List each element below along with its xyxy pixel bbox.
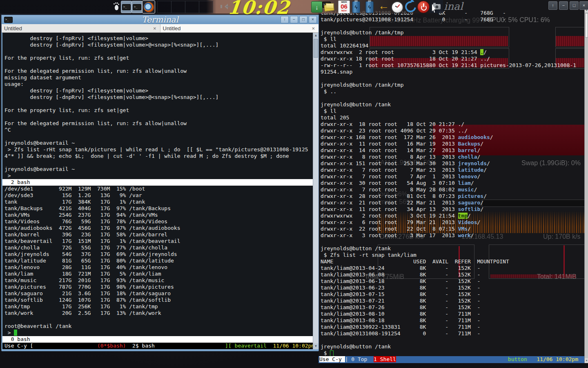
terminal-launcher-1[interactable]: >_ — [121, 1, 132, 13]
screenshot-tray-icon[interactable] — [430, 0, 443, 13]
software-update-icon[interactable]: ↓ — [311, 1, 323, 13]
terminal-line: destroy [-dnpRrv] <filesystem|volume>@<s… — [2, 94, 313, 101]
terminal-line: tank/liam@2013-08-18 8K - 711M - — [318, 317, 584, 324]
tab-close-icon[interactable]: × — [152, 25, 158, 31]
terminal-line: drwxr-xr-x 7 root root 7 Apr 1 2013 leno… — [318, 173, 584, 180]
calendar-day: 06 — [341, 4, 347, 9]
tab-close-icon[interactable]: × — [310, 25, 316, 31]
close-button[interactable]: × — [309, 16, 317, 23]
scrollbar-thumb[interactable] — [585, 13, 588, 38]
terminal-line: root@beavertail /tank — [2, 323, 313, 330]
terminal-line — [2, 316, 313, 323]
terminal-line: tank/pictures@20131008-191254 0 - 768G - — [318, 16, 584, 23]
terminal-line: drwxr-xr-x 7 root root 7 Mar 23 2013 lat… — [318, 167, 584, 173]
tab-untitled-2[interactable]: Untitled × — [160, 24, 319, 32]
tasklist-slot[interactable] — [157, 1, 172, 13]
right-window-title-fragment: inal — [444, 0, 463, 12]
terminal-line: Use C-y [ (0*$bash) 2$ bash ][ beavertai… — [2, 343, 313, 349]
panel-clock[interactable]: 10:02 — [227, 0, 307, 18]
scroll-down-icon[interactable]: ▼ — [313, 343, 318, 349]
terminal-line: tank/VMs 254G 237G 17G 94% /tank/VMs — [2, 212, 313, 218]
terminal-line: missing dataset argument — [2, 74, 313, 81]
scrollbar-thumb[interactable] — [314, 39, 318, 58]
terminal-launcher-2[interactable]: >_ — [131, 1, 143, 13]
terminal-line: For the property list, run: zfs set|get — [2, 55, 313, 61]
terminal-line: tank/Backups 421G 404G 17G 97% /tank/Bac… — [2, 205, 313, 212]
right-terminal-statusbar: Use C-y | 0 Top 1 Shell button 11/06 10:… — [318, 356, 584, 363]
right-terminal-scrollbar[interactable]: ▲ ▼ — [584, 7, 588, 363]
terminal-line — [2, 114, 313, 120]
terminal-line — [2, 61, 313, 68]
scroll-down-icon[interactable]: ▼ — [585, 358, 588, 363]
tasklist-slot[interactable] — [199, 1, 213, 13]
terminal-line: > Zfs list -rHt snap tank/pictures | whi… — [2, 146, 313, 153]
terminal-line: 4"* ]] && break; echo $L; done | cut -d'… — [2, 153, 313, 159]
terminal-line: destroy [-fnpRrv] <filesystem|volume> — [2, 88, 313, 94]
terminal-line — [318, 23, 584, 29]
right-window-shade-button[interactable]: ↑ — [548, 1, 557, 10]
left-terminal-window[interactable]: >_ Terminal ↑ − □ × Untitled × Untitled … — [1, 15, 319, 351]
terminal-line — [2, 48, 313, 55]
terminal-line: tank/barrel 39G 23G 17G 58% /tank/barrel — [2, 231, 313, 238]
terminal-icon: >_ — [4, 17, 13, 23]
terminal-line: tank/liam@20130922-133831 8K - 711M - — [318, 324, 584, 330]
terminal-line: drwxr-xr-x 18 root root 18 Oct 20 21:27 … — [318, 121, 584, 128]
power-button-icon[interactable] — [417, 1, 430, 13]
terminal-line: drwxrwxrwx 2 root root 3 Oct 19 21:54 tm… — [318, 213, 584, 219]
terminal-line: drwxr-xr-x 21 root root 22 Mar 21 2013 s… — [318, 200, 584, 206]
terminal-line: tank/liam@2013-06-08 8K - 152K - — [318, 272, 584, 278]
calendar-month: NOV — [341, 9, 347, 12]
terminal-line: drwxr-xr-x 28 root root 81 Oct 8 07:23 p… — [318, 193, 584, 200]
terminal-line: > — [2, 330, 313, 336]
terminal-line: tank/liam@2013-07-15 8K - 152K - — [318, 291, 584, 298]
firefox-launcher[interactable] — [142, 0, 155, 13]
window-frame-bottom — [2, 349, 318, 351]
right-status-line: Use C-y | 0 Top 1 Shell button 11/06 10:… — [318, 356, 584, 363]
right-window-maximize-button[interactable]: □ — [570, 1, 579, 10]
terminal-line: tank/liam@2013-06-23 8K - 152K - — [318, 285, 584, 291]
terminal-line: drwxr-xr-x 3 root root 3 Mar 17 2013 wor… — [318, 232, 584, 239]
right-window-close-button[interactable]: × — [579, 1, 588, 10]
tasklist-slot[interactable] — [185, 1, 199, 13]
right-terminal-window[interactable]: CPU0: 800MHz Battery:charging 99% CPU0: … — [318, 0, 588, 363]
terminal-line: tank/liam@2013-07-26 8K - 152K - — [318, 304, 584, 311]
calendar-applet[interactable]: WED 06 NOV — [338, 0, 350, 13]
back-arrow-icon[interactable]: ← — [378, 0, 389, 12]
terminal-line: NAME USED AVAIL REFER MOUNTPOINT — [318, 258, 584, 265]
terminal-line: tank/liam@20131008-191254 0 - 711M - — [318, 330, 584, 337]
battery-icon-1[interactable]: ϟ — [352, 1, 360, 13]
terminal-line: drwxr-xr-x 8 root root 8 Apr 13 2013 cho… — [318, 154, 584, 160]
left-terminal-scrollbar[interactable]: ▲ ▼ — [313, 33, 318, 349]
terminal-line: For the delegated permission list, run: … — [2, 120, 313, 127]
terminal-line: tank/tmp 17G 256K 17G 1% /tank/tmp — [2, 303, 313, 310]
terminal-line: /dev/sde1 922M 129M 730M 15% /boot — [2, 186, 313, 192]
terminal-line: > — [2, 173, 313, 179]
terminal-line: tank/liam@2013-08-10 8K - 711M - — [318, 311, 584, 317]
terminal-icon: >_ — [133, 4, 141, 10]
tab-untitled-1[interactable]: Untitled × — [2, 24, 160, 32]
tab-label: Untitled — [163, 25, 311, 31]
tasklist-slot[interactable] — [171, 1, 185, 13]
terminal-line: tank/Videos 76G 59G 17G 78% /tank/Videos — [2, 218, 313, 225]
terminal-line: tank/audiobooks 472G 456G 17G 97% /tank/… — [2, 225, 313, 231]
terminal-line — [2, 159, 313, 166]
terminal-line: 91254.snap — [318, 69, 584, 75]
mail-tray-icon[interactable]: >_ — [322, 2, 334, 12]
tab-label: Untitled — [4, 25, 152, 31]
right-window-minimize-button[interactable]: − — [559, 1, 568, 10]
right-terminal-content[interactable]: tank/pictures@20131008-072620 8K - 768G … — [318, 0, 584, 356]
terminal-line: ^C — [2, 127, 313, 133]
terminal-line: /dev/sde3 15G 1.2G 13G 9% /var — [2, 192, 313, 199]
terminal-line: tank/liam@2013-04-24 8K - 152K - — [318, 265, 584, 272]
terminal-line: destroy [-dnpRrv] <filesystem|volume>@<s… — [2, 42, 313, 48]
terminal-line: For the delegated permission list, run: … — [2, 68, 313, 74]
battery-icon-2[interactable]: ϟ — [365, 1, 374, 13]
analog-clock-icon[interactable] — [391, 1, 403, 13]
terminal-line: drwxr-xr-x 22 root root 22 Oct 8 07:15 V… — [318, 226, 584, 232]
scroll-up-icon[interactable]: ▲ — [313, 33, 318, 38]
terminal-line — [318, 75, 584, 82]
left-terminal-content[interactable]: destroy [-fnpRrv] <filesystem|volume> de… — [2, 33, 313, 349]
terminal-line: drwxr-xr-x 18 root root 18 Oct 20 21:27 … — [318, 56, 584, 62]
gnome-menu-button[interactable] — [114, 2, 120, 11]
refresh-icon[interactable] — [403, 0, 419, 14]
